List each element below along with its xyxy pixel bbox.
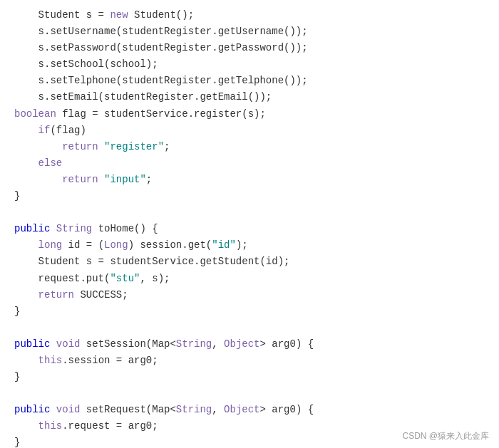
code-line: request.put("stu", s); <box>14 271 485 287</box>
code-line: s.setEmail(studentRegister.getEmail()); <box>14 89 485 105</box>
code-line: s.setTelphone(studentRegister.getTelphon… <box>14 73 485 89</box>
code-line <box>14 204 485 221</box>
code-line: this.session = arg0; <box>14 353 485 369</box>
code-line: } <box>14 188 485 204</box>
code-line: s.setSchool(school); <box>14 56 485 73</box>
code-line: long id = (Long) session.get("id"); <box>14 237 485 254</box>
code-line: return SUCCESS; <box>14 287 485 303</box>
code-line: return "register"; <box>14 139 485 155</box>
code-line <box>14 320 485 336</box>
code-line: public String toHome() { <box>14 221 485 237</box>
code-line: s.setUsername(studentRegister.getUsernam… <box>14 24 485 40</box>
watermark: CSDN @猿来入此金库 <box>402 430 489 442</box>
code-line: } <box>14 303 485 320</box>
code-line <box>14 385 485 402</box>
code-line: public void setSession(Map<String, Objec… <box>14 336 485 353</box>
code-line: Student s = new Student(); <box>14 7 485 24</box>
code-block: Student s = new Student(); s.setUsername… <box>0 0 499 448</box>
code-line: Student s = studentService.getStudent(id… <box>14 254 485 270</box>
code-line: return "input"; <box>14 172 485 188</box>
code-line: s.setPassword(studentRegister.getPasswor… <box>14 40 485 56</box>
code-line: else <box>14 155 485 172</box>
code-line: if(flag) <box>14 123 485 139</box>
code-line: boolean flag = studentService.register(s… <box>14 106 485 123</box>
code-line: } <box>14 369 485 385</box>
code-line: public void setRequest(Map<String, Objec… <box>14 402 485 418</box>
